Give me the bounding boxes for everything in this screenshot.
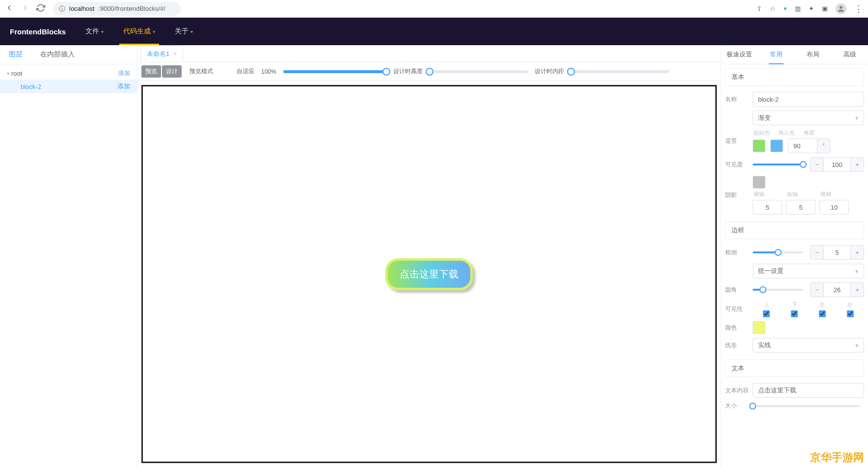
side-right-checkbox[interactable] bbox=[847, 310, 854, 317]
design-height-slider[interactable] bbox=[430, 70, 528, 73]
file-tab[interactable]: 未命名1 × bbox=[140, 46, 183, 62]
center-workspace: 未命名1 × 预览设计 预览模式 自适应 100% 设计时高度 设计时内距 bbox=[137, 45, 721, 467]
side-bottom-checkbox[interactable] bbox=[791, 310, 798, 317]
increment-button[interactable]: + bbox=[850, 282, 864, 297]
preview-button[interactable]: 预览 bbox=[141, 65, 161, 78]
chevron-down-icon: ▾ bbox=[855, 268, 859, 275]
profile-avatar[interactable] bbox=[836, 3, 846, 14]
tab-common[interactable]: 常用 bbox=[758, 45, 795, 64]
url-host: localhost bbox=[69, 5, 94, 12]
right-panel: 极速设置 常用 布局 高级 基本 名称 渐变▾ 背景 起始色终止色角度 ° 可见 bbox=[721, 45, 868, 467]
bg-angle-input[interactable] bbox=[788, 138, 817, 153]
url-rest: :9000/frontendBlocks/#/ bbox=[98, 5, 165, 12]
bg-end-color-swatch[interactable] bbox=[770, 139, 783, 152]
share-icon[interactable]: ⇪ bbox=[757, 5, 762, 12]
shadow-y-input[interactable] bbox=[786, 200, 815, 215]
line-style-select[interactable]: 实线▾ bbox=[753, 338, 864, 353]
file-tabs: 未命名1 × bbox=[137, 45, 721, 62]
shadow-color-swatch[interactable] bbox=[753, 176, 765, 189]
download-button[interactable]: 点击这里下载 bbox=[385, 258, 473, 290]
bg-start-color-swatch[interactable] bbox=[753, 139, 765, 152]
vue-devtools-icon[interactable]: ▾ bbox=[784, 5, 787, 12]
add-layer-button[interactable]: 添加 bbox=[117, 82, 130, 91]
shadow-x-input[interactable] bbox=[753, 200, 782, 215]
canvas-toolbar: 预览设计 预览模式 自适应 100% 设计时高度 设计时内距 bbox=[137, 62, 721, 81]
line-style-label: 线形 bbox=[725, 341, 753, 350]
adaptive-label: 自适应 bbox=[237, 67, 254, 76]
border-color-swatch[interactable] bbox=[753, 321, 765, 334]
visibility-slider[interactable] bbox=[753, 164, 803, 165]
increment-button[interactable]: + bbox=[850, 157, 864, 172]
add-layer-button[interactable]: 添加 bbox=[118, 69, 130, 78]
address-bar[interactable]: ⓘ localhost:9000/frontendBlocks/#/ bbox=[53, 2, 181, 16]
zoom-value: 100% bbox=[261, 68, 276, 75]
visibility-input[interactable] bbox=[824, 157, 850, 172]
zoom-slider[interactable] bbox=[283, 70, 386, 73]
font-size-label: 大小 bbox=[725, 402, 753, 410]
side-left-checkbox[interactable] bbox=[819, 310, 826, 317]
design-canvas[interactable]: 点击这里下载 bbox=[141, 85, 717, 463]
shadow-blur-input[interactable] bbox=[819, 200, 849, 215]
extension-icon[interactable]: ▥ bbox=[795, 5, 801, 12]
radius-slider[interactable] bbox=[753, 289, 803, 291]
nav-item-codegen[interactable]: 代码生成▾ bbox=[123, 18, 155, 45]
back-icon[interactable] bbox=[5, 3, 14, 14]
decrement-button[interactable]: − bbox=[810, 245, 824, 260]
file-tab-label: 未命名1 bbox=[147, 50, 169, 58]
svg-point-0 bbox=[840, 6, 842, 9]
panel-icon[interactable]: ▣ bbox=[822, 5, 828, 12]
info-icon: ⓘ bbox=[59, 4, 65, 13]
section-basic[interactable]: 基本 bbox=[725, 68, 864, 86]
design-button[interactable]: 设计 bbox=[162, 65, 182, 78]
section-text[interactable]: 文本 bbox=[725, 359, 864, 377]
close-icon[interactable]: × bbox=[173, 51, 177, 57]
side-top-checkbox[interactable] bbox=[763, 310, 770, 317]
tab-advanced[interactable]: 高级 bbox=[831, 45, 868, 64]
tab-layout[interactable]: 布局 bbox=[795, 45, 832, 64]
puzzle-icon[interactable]: ✦ bbox=[809, 5, 814, 12]
tree-item-label: block-2 bbox=[21, 83, 41, 90]
tree-root[interactable]: ▾root 添加 bbox=[0, 67, 137, 80]
radius-input[interactable] bbox=[824, 282, 850, 297]
watermark: 京华手游网 bbox=[806, 448, 868, 467]
text-content-label: 文本内容 bbox=[725, 386, 753, 395]
increment-button[interactable]: + bbox=[850, 245, 864, 260]
radius-label: 圆角 bbox=[725, 286, 753, 294]
design-padding-slider[interactable] bbox=[571, 70, 669, 73]
font-size-slider[interactable] bbox=[753, 405, 860, 407]
decrement-button[interactable]: − bbox=[810, 282, 824, 297]
canvas-outer: 点击这里下载 bbox=[137, 81, 721, 467]
section-border[interactable]: 边框 bbox=[725, 221, 864, 239]
visible-sides-label: 可见性 bbox=[725, 305, 753, 313]
left-panel: 图层 在内部插入 ▾root 添加 block-2 添加 bbox=[0, 45, 137, 467]
brand-logo: FrontendBlocks bbox=[10, 27, 66, 36]
tree-root-label: root bbox=[11, 70, 22, 77]
browser-extension-cluster: ⇪ ☆ ▾ ▥ ✦ ▣ ⋮ bbox=[757, 3, 863, 14]
tab-quick-settings[interactable]: 极速设置 bbox=[721, 45, 758, 64]
forward-icon[interactable] bbox=[21, 3, 29, 14]
text-content-input[interactable] bbox=[753, 383, 864, 398]
angle-unit: ° bbox=[817, 138, 830, 153]
reload-icon[interactable] bbox=[36, 3, 45, 14]
right-tabs: 极速设置 常用 布局 高级 bbox=[721, 45, 868, 64]
chevron-down-icon: ▾ bbox=[855, 342, 859, 349]
thickness-input[interactable] bbox=[824, 245, 850, 260]
nav-item-about[interactable]: 关于▾ bbox=[175, 18, 193, 45]
star-icon[interactable]: ☆ bbox=[770, 5, 776, 12]
background-type-select[interactable]: 渐变▾ bbox=[753, 110, 864, 125]
layer-tree: ▾root 添加 block-2 添加 bbox=[0, 64, 137, 96]
kebab-menu-icon[interactable]: ⋮ bbox=[854, 3, 863, 14]
radius-mode-select[interactable]: 统一设置▾ bbox=[753, 264, 864, 278]
decrement-button[interactable]: − bbox=[810, 157, 824, 172]
thickness-slider[interactable] bbox=[753, 251, 803, 253]
thickness-label: 粗细 bbox=[725, 248, 753, 257]
name-input[interactable] bbox=[753, 92, 864, 107]
chevron-down-icon: ▾ bbox=[101, 29, 104, 34]
design-padding-label: 设计时内距 bbox=[535, 67, 564, 76]
tree-item-block-2[interactable]: block-2 添加 bbox=[0, 80, 137, 93]
design-height-label: 设计时高度 bbox=[393, 67, 423, 76]
mode-toggle-group: 预览设计 bbox=[141, 65, 183, 78]
nav-item-file[interactable]: 文件▾ bbox=[85, 18, 104, 45]
tab-insert-inside[interactable]: 在内部插入 bbox=[31, 45, 83, 64]
tab-layers[interactable]: 图层 bbox=[0, 45, 31, 64]
